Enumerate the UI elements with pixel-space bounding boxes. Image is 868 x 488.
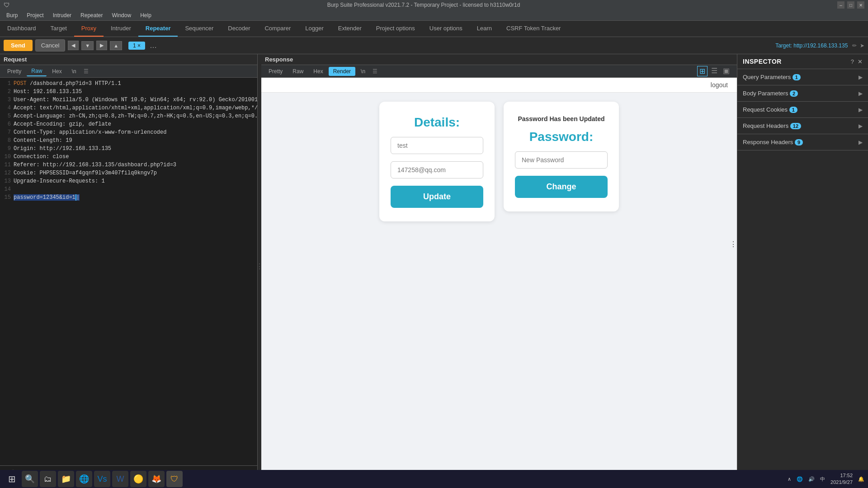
inspector-body-params-header[interactable]: Body Parameters 2 ▶ [737,85,868,101]
window-title: Burp Suite Professional v2021.7.2 - Temp… [10,2,837,8]
tab-learn[interactable]: Learn [470,21,499,37]
rendered-page: logout Details: Update Password Has been… [261,78,737,478]
inspector-response-headers-label: Response Headers 9 [743,139,803,145]
tab-project-options[interactable]: Project options [369,21,422,37]
response-drag-handle[interactable]: ⋮ [730,240,737,249]
inspector-query-params-header[interactable]: Query Parameters 1 ▶ [737,69,868,85]
inspector-response-headers-header[interactable]: Response Headers 9 ▶ [737,134,868,150]
target-edit-icon[interactable]: ✏ [852,42,857,49]
inspector-icon-group: ? ✕ [851,58,863,65]
tab-repeater[interactable]: Repeater [138,21,178,37]
menu-window[interactable]: Window [107,11,136,19]
send-button[interactable]: Send [4,40,33,51]
nav-down-button[interactable]: ▼ [81,41,94,50]
horizontal-drag-handle[interactable]: ⋮ [258,54,261,478]
response-tab-newline[interactable]: \n [356,67,370,76]
change-button[interactable]: Change [515,176,608,198]
new-password-field[interactable] [515,151,608,169]
repeater-tab-1[interactable]: 1 × [128,42,145,50]
username-field[interactable] [391,137,483,154]
taskbar-vscode-button[interactable]: Vs [94,471,110,487]
response-tab-menu-icon[interactable]: ☰ [371,67,379,75]
inspector-request-cookies-header[interactable]: Request Cookies 1 ▶ [737,102,868,117]
taskbar: ⊞ 🔍 🗂 📁 🌐 Vs W 🟡 🦊 🛡 ∧ 🌐 🔊 中 17:52 2021/… [0,470,868,488]
inspector-section-query-params: Query Parameters 1 ▶ [737,69,868,85]
tab-logger[interactable]: Logger [298,21,330,37]
tab-target[interactable]: Target [43,21,74,37]
page-body: Details: Update Password Has been Update… [261,93,737,478]
nav-up-button[interactable]: ▲ [110,41,122,50]
inspector-request-headers-header[interactable]: Request Headers 12 ▶ [737,118,868,134]
tab-csrf-token-tracker[interactable]: CSRF Token Tracker [499,21,568,37]
taskbar-chrome-button[interactable]: 🟡 [130,471,146,487]
view-toggle-horizontal-icon[interactable]: ☰ [709,66,719,76]
request-tab-menu-icon[interactable]: ☰ [82,67,90,75]
menu-repeater[interactable]: Repeater [76,11,107,19]
taskbar-notifications-icon[interactable]: 🔔 [858,476,864,482]
inspector-request-cookies-label: Request Cookies 1 [743,106,797,113]
body-params-chevron: ▶ [859,90,863,97]
tab-intruder[interactable]: Intruder [104,21,138,37]
inspector-section-request-headers: Request Headers 12 ▶ [737,118,868,134]
toolbar: Dashboard Target Proxy Intruder Repeater… [0,21,868,37]
menu-intruder[interactable]: Intruder [48,11,76,19]
request-tab-strip: Pretty Raw Hex \n ☰ [0,65,257,78]
tab-comparer[interactable]: Comparer [257,21,298,37]
request-content[interactable]: 1POST /dashboard.php?id=3 HTTP/1.1 2Host… [0,78,257,465]
maximize-button[interactable]: □ [847,1,854,9]
taskbar-right: ∧ 🌐 🔊 中 17:52 2021/9/27 🔔 [788,472,864,486]
response-tab-render[interactable]: Render [329,67,355,76]
taskbar-search-button[interactable]: 🔍 [22,471,38,487]
cancel-button[interactable]: Cancel [35,39,65,52]
repeater-tab-add[interactable]: … [146,41,160,51]
request-headers-badge: 12 [790,123,801,129]
nav-back-button[interactable]: ◀ [68,41,79,50]
main-content: Request Pretty Raw Hex \n ☰ 1POST /dashb… [0,54,868,478]
taskbar-taskview-button[interactable]: 🗂 [40,471,56,487]
tab-dashboard[interactable]: Dashboard [0,21,43,37]
response-tab-pretty[interactable]: Pretty [264,67,287,76]
taskbar-edge-button[interactable]: 🌐 [76,471,92,487]
close-button[interactable]: ✕ [857,1,864,9]
nav-forward-button[interactable]: ▶ [96,41,107,50]
tab-extender[interactable]: Extender [331,21,369,37]
window-controls[interactable]: – □ ✕ [837,1,864,9]
response-tab-raw[interactable]: Raw [288,67,308,76]
request-tab-pretty[interactable]: Pretty [3,67,26,76]
body-params-badge: 2 [790,90,798,97]
taskbar-explorer-button[interactable]: 📁 [58,471,74,487]
query-params-badge: 1 [793,74,801,80]
taskbar-chevron-icon[interactable]: ∧ [788,476,791,482]
view-toggle-vertical-icon[interactable]: ▣ [721,66,731,76]
view-toggle-split-icon[interactable]: ⊞ [697,66,708,76]
tab-sequencer[interactable]: Sequencer [178,21,221,37]
target-arrow-icon[interactable]: ➤ [860,42,864,49]
menu-project[interactable]: Project [22,11,48,19]
response-section-header: Response [261,54,737,65]
tab-decoder[interactable]: Decoder [221,21,257,37]
email-field[interactable] [391,161,483,178]
tab-proxy[interactable]: Proxy [74,21,104,37]
response-tab-hex[interactable]: Hex [309,67,327,76]
taskbar-volume-icon: 🔊 [808,476,815,482]
taskbar-burp-button[interactable]: 🛡 [166,471,183,487]
logout-button[interactable]: logout [711,81,728,89]
title-bar: 🛡 Burp Suite Professional v2021.7.2 - Te… [0,0,868,10]
taskbar-word-button[interactable]: W [112,471,128,487]
request-cookies-badge: 1 [789,107,797,113]
tab-user-options[interactable]: User options [422,21,470,37]
taskbar-clock: 17:52 2021/9/27 [830,472,853,486]
inspector-help-icon[interactable]: ? [851,58,854,65]
request-tab-newline[interactable]: \n [67,67,81,76]
taskbar-firefox-button[interactable]: 🦊 [148,471,165,487]
update-button[interactable]: Update [391,186,483,208]
taskbar-start-button[interactable]: ⊞ [4,471,20,487]
inspector-close-icon[interactable]: ✕ [858,58,863,65]
request-tab-hex[interactable]: Hex [47,67,66,76]
details-title: Details: [391,115,483,130]
minimize-button[interactable]: – [837,1,844,9]
taskbar-input-icon: 中 [820,476,825,483]
menu-burp[interactable]: Burp [2,11,22,19]
request-tab-raw[interactable]: Raw [27,66,47,76]
menu-help[interactable]: Help [136,11,156,19]
